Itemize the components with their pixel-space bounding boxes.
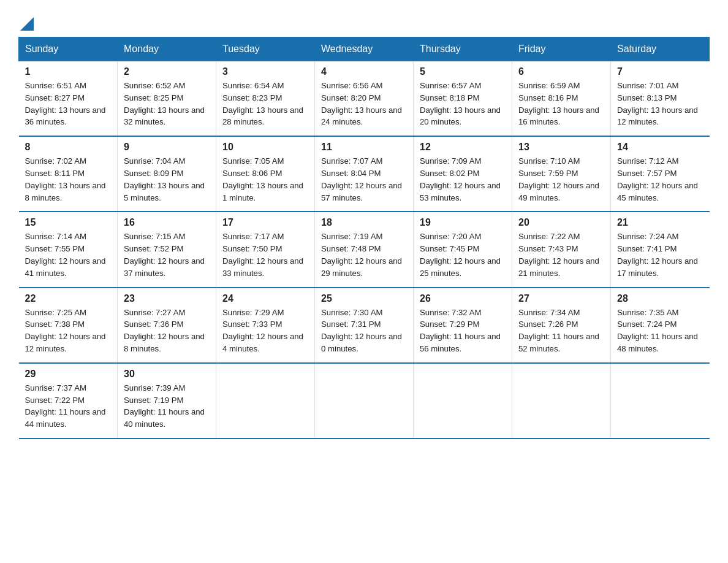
day-info: Sunrise: 7:19 AM Sunset: 7:48 PM Dayligh… [321, 231, 407, 279]
calendar-cell: 18 Sunrise: 7:19 AM Sunset: 7:48 PM Dayl… [315, 212, 414, 287]
calendar-cell: 21 Sunrise: 7:24 AM Sunset: 7:41 PM Dayl… [611, 212, 710, 287]
calendar-cell: 20 Sunrise: 7:22 AM Sunset: 7:43 PM Dayl… [512, 212, 611, 287]
day-info: Sunrise: 7:39 AM Sunset: 7:19 PM Dayligh… [124, 382, 210, 431]
calendar-cell: 28 Sunrise: 7:35 AM Sunset: 7:24 PM Dayl… [611, 288, 710, 363]
calendar-cell: 6 Sunrise: 6:59 AM Sunset: 8:16 PM Dayli… [512, 61, 611, 137]
calendar-cell: 17 Sunrise: 7:17 AM Sunset: 7:50 PM Dayl… [216, 212, 315, 287]
day-info: Sunrise: 7:30 AM Sunset: 7:31 PM Dayligh… [321, 307, 407, 355]
day-info: Sunrise: 7:07 AM Sunset: 8:04 PM Dayligh… [321, 155, 407, 204]
calendar-cell: 24 Sunrise: 7:29 AM Sunset: 7:33 PM Dayl… [216, 288, 315, 363]
day-number: 3 [222, 66, 308, 77]
day-info: Sunrise: 7:12 AM Sunset: 7:57 PM Dayligh… [617, 155, 703, 204]
day-number: 7 [617, 66, 703, 77]
calendar-cell: 11 Sunrise: 7:07 AM Sunset: 8:04 PM Dayl… [315, 136, 414, 212]
calendar-cell: 4 Sunrise: 6:56 AM Sunset: 8:20 PM Dayli… [315, 61, 414, 137]
day-info: Sunrise: 6:57 AM Sunset: 8:18 PM Dayligh… [420, 80, 506, 128]
day-info: Sunrise: 6:59 AM Sunset: 8:16 PM Dayligh… [518, 80, 604, 128]
calendar-cell: 19 Sunrise: 7:20 AM Sunset: 7:45 PM Dayl… [414, 212, 512, 287]
weekday-header-tuesday: Tuesday [216, 37, 315, 61]
day-number: 10 [222, 142, 308, 153]
calendar-cell: 9 Sunrise: 7:04 AM Sunset: 8:09 PM Dayli… [118, 136, 216, 212]
day-number: 24 [222, 293, 308, 304]
day-number: 19 [420, 217, 506, 228]
day-info: Sunrise: 7:37 AM Sunset: 7:22 PM Dayligh… [25, 382, 112, 431]
day-info: Sunrise: 7:15 AM Sunset: 7:52 PM Dayligh… [124, 231, 210, 279]
svg-marker-0 [20, 17, 34, 31]
calendar-cell [315, 363, 414, 439]
calendar-cell: 7 Sunrise: 7:01 AM Sunset: 8:13 PM Dayli… [611, 61, 710, 137]
calendar-cell: 27 Sunrise: 7:34 AM Sunset: 7:26 PM Dayl… [512, 288, 611, 363]
logo [18, 18, 34, 31]
day-number: 4 [321, 66, 407, 77]
day-number: 6 [518, 66, 604, 77]
calendar-cell: 8 Sunrise: 7:02 AM Sunset: 8:11 PM Dayli… [19, 136, 118, 212]
calendar-cell: 22 Sunrise: 7:25 AM Sunset: 7:38 PM Dayl… [19, 288, 118, 363]
weekday-header-thursday: Thursday [414, 37, 512, 61]
day-number: 11 [321, 142, 407, 153]
calendar-cell: 26 Sunrise: 7:32 AM Sunset: 7:29 PM Dayl… [414, 288, 512, 363]
calendar-cell: 25 Sunrise: 7:30 AM Sunset: 7:31 PM Dayl… [315, 288, 414, 363]
day-info: Sunrise: 7:29 AM Sunset: 7:33 PM Dayligh… [222, 307, 308, 355]
day-number: 15 [25, 217, 112, 228]
day-info: Sunrise: 7:27 AM Sunset: 7:36 PM Dayligh… [124, 307, 210, 355]
calendar-cell [414, 363, 512, 439]
day-number: 23 [124, 293, 210, 304]
calendar-cell: 16 Sunrise: 7:15 AM Sunset: 7:52 PM Dayl… [118, 212, 216, 287]
day-number: 22 [25, 293, 112, 304]
day-number: 14 [617, 142, 703, 153]
day-number: 25 [321, 293, 407, 304]
day-info: Sunrise: 7:10 AM Sunset: 7:59 PM Dayligh… [518, 155, 604, 204]
day-number: 9 [124, 142, 210, 153]
day-number: 13 [518, 142, 604, 153]
day-info: Sunrise: 7:22 AM Sunset: 7:43 PM Dayligh… [518, 231, 604, 279]
calendar: SundayMondayTuesdayWednesdayThursdayFrid… [18, 37, 710, 439]
day-info: Sunrise: 7:01 AM Sunset: 8:13 PM Dayligh… [617, 80, 703, 128]
calendar-week-row: 8 Sunrise: 7:02 AM Sunset: 8:11 PM Dayli… [19, 136, 710, 212]
calendar-cell: 23 Sunrise: 7:27 AM Sunset: 7:36 PM Dayl… [118, 288, 216, 363]
day-info: Sunrise: 7:17 AM Sunset: 7:50 PM Dayligh… [222, 231, 308, 279]
calendar-cell: 30 Sunrise: 7:39 AM Sunset: 7:19 PM Dayl… [118, 363, 216, 439]
day-info: Sunrise: 7:20 AM Sunset: 7:45 PM Dayligh… [420, 231, 506, 279]
header [18, 12, 710, 31]
day-number: 20 [518, 217, 604, 228]
day-info: Sunrise: 6:54 AM Sunset: 8:23 PM Dayligh… [222, 80, 308, 128]
day-number: 29 [25, 369, 112, 380]
day-number: 17 [222, 217, 308, 228]
day-number: 8 [25, 142, 112, 153]
calendar-cell: 29 Sunrise: 7:37 AM Sunset: 7:22 PM Dayl… [19, 363, 118, 439]
day-number: 12 [420, 142, 506, 153]
logo-triangle-icon [20, 17, 34, 31]
calendar-cell: 14 Sunrise: 7:12 AM Sunset: 7:57 PM Dayl… [611, 136, 710, 212]
weekday-header-wednesday: Wednesday [315, 37, 414, 61]
day-number: 18 [321, 217, 407, 228]
day-info: Sunrise: 6:52 AM Sunset: 8:25 PM Dayligh… [124, 80, 210, 128]
calendar-cell: 13 Sunrise: 7:10 AM Sunset: 7:59 PM Dayl… [512, 136, 611, 212]
calendar-week-row: 22 Sunrise: 7:25 AM Sunset: 7:38 PM Dayl… [19, 288, 710, 363]
day-number: 21 [617, 217, 703, 228]
day-info: Sunrise: 7:32 AM Sunset: 7:29 PM Dayligh… [420, 307, 506, 355]
calendar-week-row: 29 Sunrise: 7:37 AM Sunset: 7:22 PM Dayl… [19, 363, 710, 439]
day-number: 2 [124, 66, 210, 77]
calendar-cell: 1 Sunrise: 6:51 AM Sunset: 8:27 PM Dayli… [19, 61, 118, 137]
day-info: Sunrise: 6:56 AM Sunset: 8:20 PM Dayligh… [321, 80, 407, 128]
day-info: Sunrise: 7:14 AM Sunset: 7:55 PM Dayligh… [25, 231, 112, 279]
day-number: 16 [124, 217, 210, 228]
calendar-cell: 3 Sunrise: 6:54 AM Sunset: 8:23 PM Dayli… [216, 61, 315, 137]
calendar-cell: 12 Sunrise: 7:09 AM Sunset: 8:02 PM Dayl… [414, 136, 512, 212]
calendar-cell [216, 363, 315, 439]
day-number: 28 [617, 293, 703, 304]
day-info: Sunrise: 7:34 AM Sunset: 7:26 PM Dayligh… [518, 307, 604, 355]
day-number: 27 [518, 293, 604, 304]
day-info: Sunrise: 7:24 AM Sunset: 7:41 PM Dayligh… [617, 231, 703, 279]
day-info: Sunrise: 7:25 AM Sunset: 7:38 PM Dayligh… [25, 307, 112, 355]
calendar-header-row: SundayMondayTuesdayWednesdayThursdayFrid… [19, 37, 710, 61]
calendar-week-row: 15 Sunrise: 7:14 AM Sunset: 7:55 PM Dayl… [19, 212, 710, 287]
day-number: 26 [420, 293, 506, 304]
weekday-header-monday: Monday [118, 37, 216, 61]
weekday-header-friday: Friday [512, 37, 611, 61]
calendar-cell: 10 Sunrise: 7:05 AM Sunset: 8:06 PM Dayl… [216, 136, 315, 212]
calendar-cell: 15 Sunrise: 7:14 AM Sunset: 7:55 PM Dayl… [19, 212, 118, 287]
day-info: Sunrise: 7:04 AM Sunset: 8:09 PM Dayligh… [124, 155, 210, 204]
weekday-header-saturday: Saturday [611, 37, 710, 61]
day-number: 1 [25, 66, 112, 77]
